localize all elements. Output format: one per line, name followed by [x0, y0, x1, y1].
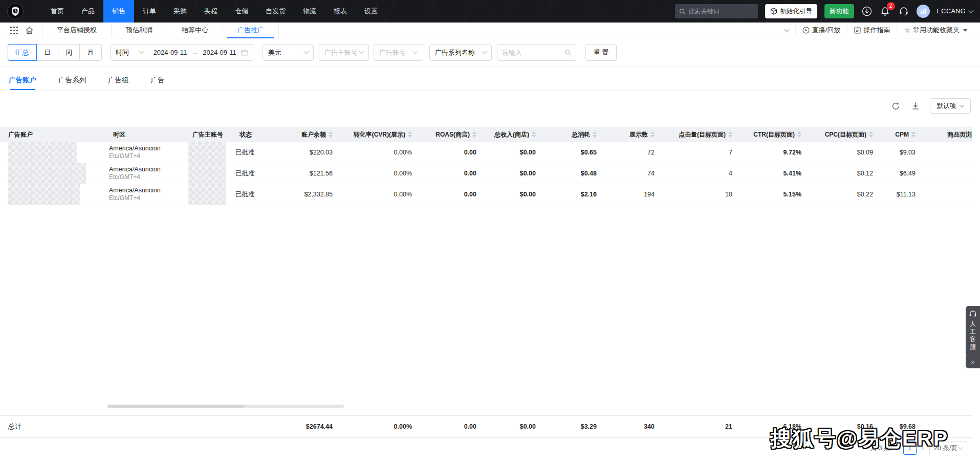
export-download-icon[interactable] [910, 101, 921, 111]
product-page-views-cell [924, 184, 972, 205]
col-ctr[interactable]: CTR(目标页面) [741, 127, 810, 142]
search-input[interactable] [689, 8, 750, 15]
time-type-select[interactable]: 时间 [111, 45, 148, 60]
table-toolbar: 默认项 [891, 98, 971, 114]
tab-ad-account[interactable]: 广告账户 [9, 70, 36, 90]
sort-icon[interactable] [329, 131, 333, 138]
col-total-revenue[interactable]: 总收入(商店) [485, 127, 544, 142]
collapse-widget-arrow[interactable]: » [966, 354, 980, 368]
currency-select[interactable]: 美元 [263, 44, 314, 61]
col-clicks[interactable]: 点击量(目标页面) [663, 127, 741, 142]
headset-support-icon[interactable] [898, 6, 909, 17]
menu-item-sales[interactable]: 销售 [103, 0, 134, 23]
column-preset-label: 默认项 [937, 102, 956, 110]
chevron-down-icon [413, 49, 418, 54]
reset-button[interactable]: 重 置 [585, 44, 617, 61]
init-guide-label: 初始化引导 [780, 7, 813, 16]
sort-icon[interactable] [593, 131, 597, 138]
collapse-tabs-button[interactable] [778, 26, 795, 35]
menu-item-home[interactable]: 首页 [42, 0, 73, 23]
star-icon: ☆ [904, 27, 910, 34]
customer-service-widget[interactable]: 人工客服 [966, 306, 980, 356]
horizontal-scrollbar[interactable] [107, 405, 344, 408]
col-account-balance[interactable]: 账户余额 [269, 127, 341, 142]
sort-icon[interactable] [650, 131, 655, 138]
page-number-button[interactable]: 1 [903, 441, 917, 455]
notifications-bell-icon[interactable]: 2 [880, 6, 891, 17]
total-label: 总计 [0, 416, 105, 438]
search-field-select[interactable]: 广告系列名称 [429, 44, 492, 61]
sort-icon[interactable] [911, 131, 916, 138]
col-cpc[interactable]: CPC(目标页面) [810, 127, 881, 142]
balance-cell: $2,332.85 [269, 184, 341, 205]
menu-item-products[interactable]: 产品 [73, 0, 103, 23]
total-count-text: 共 3 条 [870, 444, 890, 453]
ad-account-cell-redacted [0, 163, 105, 184]
download-center-icon[interactable] [861, 6, 873, 17]
col-impressions[interactable]: 展示数 [605, 127, 663, 142]
tab-ad-campaign[interactable]: 广告系列 [58, 70, 86, 90]
scrollbar-thumb[interactable] [107, 405, 245, 408]
advertiser-account-select[interactable]: 广告主账号 [319, 44, 369, 61]
week-toggle-button[interactable]: 周 [58, 44, 80, 61]
revenue-cell: $0.00 [485, 142, 544, 163]
totals-row: 总计 $2674.44 0.00% 0.00 $0.00 $3.29 340 2… [0, 415, 972, 438]
navbar-right: 初始化引导 新功能 2 ECCANG [675, 4, 973, 18]
user-avatar[interactable] [917, 5, 930, 18]
global-search[interactable] [675, 4, 758, 18]
tab-ad[interactable]: 广告 [151, 70, 165, 90]
tab-platform-store-auth[interactable]: 平台店铺授权 [42, 23, 111, 38]
new-feature-button[interactable]: 新功能 [824, 4, 854, 18]
date-range-picker[interactable]: 2024-09-11 → 2024-09-11 [148, 45, 253, 60]
favorites-link[interactable]: ☆ 常用功能收藏夹 [897, 26, 974, 35]
menu-item-reports[interactable]: 报表 [325, 0, 356, 23]
status-cell: 已批准 [231, 184, 269, 205]
init-guide-button[interactable]: 初始化引导 [765, 4, 818, 18]
eccang-logo-icon[interactable] [7, 3, 24, 19]
tab-settlement-center[interactable]: 结算中心 [167, 23, 223, 38]
home-icon[interactable] [21, 23, 37, 38]
total-cpc: $0.16 [810, 416, 881, 438]
column-preset-select[interactable]: 默认项 [930, 98, 971, 114]
prev-page-icon[interactable]: ‹ [894, 444, 899, 453]
summary-toggle-button[interactable]: 汇总 [8, 44, 37, 61]
col-total-spend[interactable]: 总消耗 [544, 127, 605, 142]
col-cvr[interactable]: 转化率(CVR)(展示) [341, 127, 420, 142]
menu-item-first-leg[interactable]: 头程 [195, 0, 226, 23]
chevron-down-icon [139, 49, 144, 54]
sort-icon[interactable] [797, 131, 801, 138]
new-feature-label: 新功能 [830, 7, 849, 16]
col-status: 状态 [231, 127, 269, 142]
apps-grid-icon[interactable] [6, 23, 21, 38]
ad-account-select[interactable]: 广告账号 [374, 44, 423, 61]
sort-icon[interactable] [408, 131, 412, 138]
day-toggle-button[interactable]: 日 [36, 44, 58, 61]
next-page-icon[interactable]: › [921, 444, 925, 453]
page-size-select[interactable]: 20 条/页 [929, 441, 967, 455]
menu-item-purchase[interactable]: 采购 [165, 0, 195, 23]
menu-item-settings[interactable]: 设置 [356, 0, 386, 23]
sort-icon[interactable] [472, 131, 476, 138]
impressions-cell: 72 [605, 142, 663, 163]
menu-item-self-delivery[interactable]: 自发货 [257, 0, 294, 23]
refresh-icon[interactable] [891, 101, 901, 111]
tab-ad-group[interactable]: 广告组 [108, 70, 129, 90]
caret-down-icon [963, 29, 967, 32]
sort-icon[interactable] [869, 131, 873, 138]
keyword-input[interactable] [502, 49, 557, 56]
operation-guide-link[interactable]: 操作指南 [847, 26, 897, 35]
col-roas[interactable]: ROAS(商店) [420, 127, 485, 142]
subnav-right-links: 直播/回放 操作指南 ☆ 常用功能收藏夹 [778, 26, 974, 35]
menu-item-orders[interactable]: 订单 [134, 0, 165, 23]
tab-ad-promotion[interactable]: 广告推广 [223, 23, 279, 38]
live-replay-link[interactable]: 直播/回放 [795, 26, 847, 35]
menu-item-warehouse[interactable]: 仓储 [226, 0, 257, 23]
month-toggle-button[interactable]: 月 [79, 44, 101, 61]
account-menu[interactable]: ECCANG [937, 8, 973, 15]
chevron-down-icon [784, 27, 789, 32]
menu-item-logistics[interactable]: 物流 [294, 0, 325, 23]
sort-icon[interactable] [532, 131, 536, 138]
sort-icon[interactable] [728, 131, 732, 138]
tab-estimated-profit[interactable]: 预估利润 [111, 23, 167, 38]
col-cpm[interactable]: CPM [881, 127, 924, 142]
